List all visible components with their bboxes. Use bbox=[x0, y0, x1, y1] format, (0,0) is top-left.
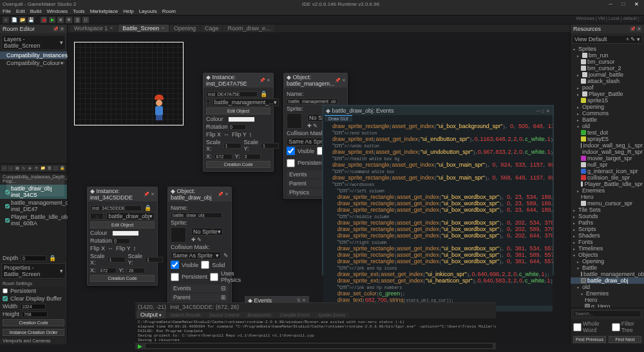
cache-icon[interactable]: 🗑 bbox=[74, 17, 80, 23]
flipx-icon[interactable]: ↔ bbox=[223, 131, 229, 138]
save-icon[interactable]: 💾 bbox=[28, 17, 34, 23]
tab-workspace[interactable]: Workspace 1✕ bbox=[70, 24, 117, 32]
game-options-icon[interactable]: U bbox=[82, 17, 89, 23]
maximize-icon[interactable]: □ bbox=[618, 1, 629, 7]
new-sprite-icon[interactable]: ✚ bbox=[191, 237, 196, 243]
menu-edit[interactable]: Edit bbox=[16, 8, 25, 14]
res-bm-cursor2[interactable]: bm_cursor_2 bbox=[571, 65, 644, 71]
flipy-icon[interactable]: ↕ bbox=[133, 245, 137, 252]
res-movie-target[interactable]: movie_target_spr bbox=[571, 155, 644, 162]
edit-sprite-icon[interactable]: ✎ bbox=[313, 123, 317, 129]
lock-icon[interactable]: 🔒 bbox=[59, 165, 65, 171]
edit-icon[interactable]: ✎ bbox=[630, 36, 636, 42]
pin-icon[interactable]: 📌 bbox=[630, 26, 635, 32]
creation-code-button[interactable]: Creation Code bbox=[206, 161, 270, 168]
sprite-thumb[interactable]: □ bbox=[90, 213, 104, 219]
res-bm-obj[interactable]: battle_management_obj bbox=[571, 271, 644, 277]
res-sprite15[interactable]: sprite15 bbox=[571, 97, 644, 104]
clean-icon[interactable]: ✚ bbox=[66, 17, 72, 23]
room-settings[interactable]: Room Settings bbox=[0, 280, 67, 287]
res-test-dot[interactable]: test_dot bbox=[571, 129, 644, 136]
add-inst-icon[interactable]: ○ bbox=[8, 165, 14, 171]
res-bm-run[interactable]: ▸bm_run bbox=[571, 52, 644, 59]
sprite-thumb[interactable]: □ bbox=[206, 99, 210, 106]
resource-search-input[interactable] bbox=[573, 310, 641, 317]
res-menu-cursor[interactable]: menu_cursor_spr bbox=[571, 200, 644, 207]
solid-check[interactable] bbox=[201, 261, 209, 269]
minimize-icon[interactable]: ─ bbox=[605, 1, 616, 7]
add-path-icon[interactable]: ∿ bbox=[21, 165, 26, 171]
new-icon[interactable]: 📄 bbox=[11, 17, 17, 23]
res-interact-icon[interactable]: g_interact_icon_spr bbox=[571, 168, 644, 174]
res-old[interactable]: ▾old bbox=[571, 123, 644, 129]
maximize-icon[interactable]: □ bbox=[542, 109, 544, 113]
obj-dropdown[interactable]: battle_draw_obj▾ bbox=[106, 212, 155, 220]
add-asset-icon[interactable]: ◈ bbox=[27, 165, 33, 171]
tab-battle-screen[interactable]: Battle_Screen✕ bbox=[118, 24, 169, 32]
tab-search-results[interactable]: Search Results bbox=[166, 312, 204, 318]
run-cmd-icon[interactable]: ▶ bbox=[138, 343, 142, 349]
layers-dropdown[interactable]: Layers - Battle_Screen▾ bbox=[1, 35, 66, 50]
obj-name-input[interactable] bbox=[171, 212, 222, 218]
instance-panel-1[interactable]: ◆ Instance: inst_DE47A75E📌✕ 🔒 □battle_ma… bbox=[203, 73, 274, 172]
sprite-dropdown[interactable]: No Sprite▾ bbox=[191, 228, 223, 236]
layer-compat-instances[interactable]: Compatibility_Instances_Dep...👁 bbox=[0, 51, 67, 59]
lock-icon[interactable]: 🔒 bbox=[49, 255, 56, 261]
persistent-check[interactable] bbox=[171, 273, 179, 281]
visible-check[interactable] bbox=[287, 147, 295, 155]
properties-header[interactable]: Properties - Battle_Screen▾ bbox=[1, 263, 66, 279]
instance-panel-2[interactable]: ◆ Instance: inst_34C5DDDE📌✕ 🔒 □battle_dr… bbox=[87, 187, 158, 286]
run-icon[interactable]: ▶ bbox=[49, 17, 55, 23]
res-attack-slash[interactable]: attack_slash bbox=[571, 78, 644, 84]
console-input[interactable] bbox=[145, 343, 493, 349]
lock-icon[interactable]: 🔒 bbox=[260, 91, 267, 97]
width-input[interactable] bbox=[20, 304, 46, 310]
delete-icon[interactable]: 🗑 bbox=[46, 165, 52, 171]
filter-tree-check[interactable] bbox=[612, 323, 620, 331]
close-icon[interactable]: ✕ bbox=[636, 26, 641, 32]
res-spraye5[interactable]: sprayE5 bbox=[571, 136, 644, 142]
sprite-player[interactable] bbox=[152, 104, 166, 127]
res-indoor-wall-r[interactable]: indoor_wall_seg_R_spr bbox=[571, 149, 644, 155]
res-enemies[interactable]: ▸Enemies bbox=[571, 187, 644, 194]
inst-name-input[interactable] bbox=[90, 205, 142, 211]
find-next-button[interactable]: Find Next bbox=[609, 336, 641, 343]
open-icon[interactable]: 📂 bbox=[19, 17, 26, 23]
workspace[interactable]: ◆ Instance: inst_DE47A75E📌✕ 🔒 □battle_ma… bbox=[68, 32, 570, 344]
tab-syntax-errors[interactable]: Syntax Errors bbox=[314, 312, 349, 318]
tab-source-control[interactable]: Source Control bbox=[205, 312, 243, 318]
res-indoor-wall-l[interactable]: indoor_wall_seg_L_spr bbox=[571, 142, 644, 149]
code-window[interactable]: ◆ battle_draw_obj: Events─□✕ Draw GUI dr… bbox=[322, 105, 554, 275]
object-panel-2[interactable]: ◆ Object: battle_draw_obj📌✕ Name: Sprite… bbox=[167, 187, 232, 313]
edit-sprite-icon[interactable]: ✎ bbox=[197, 237, 202, 243]
tab-output[interactable]: Output ▾ bbox=[137, 311, 166, 319]
res-null-spr[interactable]: null_spr bbox=[571, 162, 644, 168]
tab-cage[interactable]: Cage bbox=[201, 24, 223, 32]
debug-icon[interactable]: 🐞 bbox=[41, 17, 47, 23]
menu-marketplace[interactable]: Marketplace bbox=[90, 8, 118, 14]
obj-dropdown[interactable]: battle_management_...▾ bbox=[213, 98, 279, 106]
stop-icon[interactable]: ■ bbox=[57, 17, 64, 23]
visible-check[interactable] bbox=[171, 261, 179, 269]
res-player-battle[interactable]: ▸Player_Battle bbox=[571, 91, 644, 97]
creation-code-button[interactable]: Creation Code bbox=[3, 319, 64, 326]
inst-battle-draw[interactable]: battle_draw_obj inst_34C5 bbox=[0, 185, 67, 199]
res-bd-obj[interactable]: battle_draw_obj bbox=[571, 277, 644, 284]
add-fx-icon[interactable]: ✦ bbox=[33, 165, 39, 171]
menu-layouts[interactable]: Layouts bbox=[139, 8, 157, 14]
inst-name-input[interactable] bbox=[206, 91, 258, 97]
add-icon[interactable]: + bbox=[626, 36, 629, 42]
events-section[interactable]: Events⊟ bbox=[171, 284, 229, 292]
sprite-thumb[interactable] bbox=[171, 227, 186, 243]
tab-opening[interactable]: Opening bbox=[170, 24, 200, 32]
height-input[interactable] bbox=[22, 311, 48, 317]
view-dropdown[interactable]: View Default+✎▾ bbox=[572, 35, 643, 44]
menu-room[interactable]: Room bbox=[162, 8, 176, 14]
physics-check[interactable] bbox=[210, 273, 218, 281]
resource-tree[interactable]: ▾Sprites ▸bm_run bm_cursor bm_cursor_2 ▸… bbox=[571, 45, 644, 308]
menu-build[interactable]: Build bbox=[30, 8, 42, 14]
rotation-input[interactable] bbox=[228, 124, 246, 130]
res-hero[interactable]: Hero bbox=[571, 194, 644, 200]
tab-compile-errors[interactable]: Compile Errors bbox=[276, 312, 314, 318]
folder-icon[interactable]: 📁 bbox=[40, 165, 46, 171]
